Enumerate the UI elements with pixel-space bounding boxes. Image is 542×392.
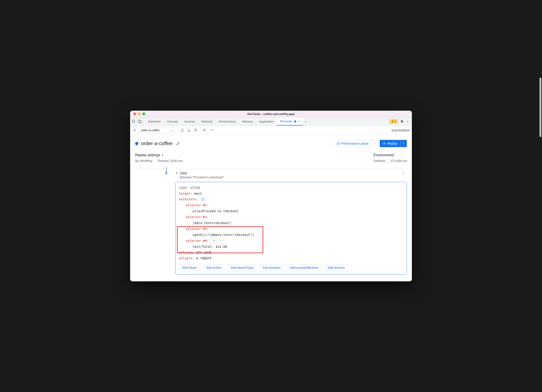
add-selector-icon[interactable]: + [212, 238, 217, 243]
add-timeout-button[interactable]: Add timeout [324, 264, 348, 271]
tab-network[interactable]: Network [198, 118, 216, 125]
chevron-right-icon [161, 154, 164, 156]
step-name: Click [180, 171, 224, 175]
inspect-icon[interactable] [132, 120, 136, 123]
chevron-down-icon [171, 129, 173, 131]
more-menu-icon[interactable] [406, 120, 410, 123]
prop-value[interactable]: : 9.796875 [192, 257, 211, 260]
edit-title-icon[interactable] [176, 142, 180, 145]
prop-key: selector #3 [186, 227, 207, 231]
tab-memory[interactable]: Memory [239, 118, 256, 125]
tab-label: Network [202, 120, 212, 123]
tab-label: Console [167, 120, 178, 123]
tab-elements[interactable]: Elements [145, 118, 164, 125]
replay-dropdown[interactable] [401, 140, 406, 147]
recording-title: order-a-coffee [141, 140, 173, 146]
replay-button[interactable]: Replay [380, 140, 407, 147]
tab-performance[interactable]: Performance [216, 118, 239, 125]
prop-key: offsetX [179, 251, 192, 254]
prop-value[interactable]: : 174.1875 [192, 251, 211, 254]
chevron-double-right-icon: » [304, 120, 306, 123]
device-value: Desktop [374, 159, 385, 163]
maximize-window-button[interactable] [142, 113, 145, 115]
export-icon[interactable] [180, 128, 184, 132]
svg-point-12 [403, 174, 404, 174]
svg-rect-4 [392, 121, 393, 122]
add-frame-button[interactable]: Add frame [179, 264, 201, 271]
recording-status-dot [135, 142, 138, 145]
selector-value[interactable]: [data-test=checkout] [192, 221, 231, 225]
tab-console[interactable]: Console [164, 118, 181, 125]
selector-value[interactable]: aria/Proceed to checkout [192, 209, 238, 213]
steps-area: Click Element "Proceed to checkout" type… [130, 168, 412, 282]
issues-count: 1 [395, 120, 396, 123]
close-tab-icon[interactable]: × [298, 120, 300, 123]
devtools-tab-bar: Elements Console Sources Network Perform… [130, 118, 412, 126]
add-assertedevents-button[interactable]: Add assertedEvents [286, 264, 322, 271]
separator [178, 128, 178, 132]
prop-key: selector #4 [186, 239, 207, 242]
tab-label: Recorder [280, 120, 292, 123]
recording-name: order-a-coffee [141, 129, 159, 132]
timeline-line [166, 167, 167, 172]
titlebar: DevTools - coffee-cart.netlify.app/ [130, 111, 412, 118]
prop-key: selectors [179, 197, 196, 201]
flask-icon [294, 120, 297, 123]
svg-point-7 [407, 121, 408, 122]
timeline-step-dot [165, 172, 167, 174]
replay-settings-toggle[interactable]: Replay settings [135, 153, 183, 157]
prop-key: type [179, 186, 187, 189]
button-label: Performance panel [341, 142, 368, 145]
add-duration-button[interactable]: Add duration [259, 264, 284, 271]
recording-header: order-a-coffee Performance panel [130, 135, 412, 150]
svg-point-8 [407, 122, 408, 123]
add-button-button[interactable]: Add button [203, 264, 225, 271]
selector-value[interactable]: xpath///*[@data-test="checkout"] [192, 233, 254, 237]
tab-sources[interactable]: Sources [181, 118, 198, 125]
issues-badge[interactable]: 1 [390, 119, 398, 124]
dimensions-value: 372×804 px [390, 159, 407, 163]
step-menu-icon[interactable] [401, 171, 405, 175]
prop-value[interactable]: : main [190, 192, 202, 195]
step-over-icon[interactable] [210, 128, 214, 132]
settings-gear-icon[interactable] [400, 120, 404, 123]
environment-label: Environment [374, 153, 394, 157]
close-window-button[interactable] [133, 113, 136, 115]
add-recording-icon[interactable] [132, 128, 136, 132]
import-icon[interactable] [187, 128, 191, 132]
tab-overflow[interactable]: » [303, 118, 308, 125]
step-editor: type: click target: main selectors: sele… [175, 182, 407, 275]
send-feedback-link[interactable]: Send feedback [391, 129, 410, 132]
prop-value[interactable]: : click [187, 186, 200, 189]
svg-point-6 [407, 120, 408, 121]
play-icon [383, 142, 386, 145]
svg-point-11 [403, 172, 404, 173]
performance-panel-button[interactable]: Performance panel [334, 140, 377, 147]
step-header[interactable]: Click Element "Proceed to checkout" [175, 171, 407, 179]
device-toolbar-icon[interactable] [138, 120, 141, 123]
performance-panel-dropdown[interactable] [371, 140, 377, 147]
colon: : [207, 239, 209, 242]
add-devicetype-button[interactable]: Add deviceType [227, 264, 257, 271]
selector-value[interactable]: text/Total: $12.00 [192, 245, 227, 248]
tab-application[interactable]: Application [256, 118, 277, 125]
tab-label: Performance [219, 120, 236, 123]
collapse-icon [175, 172, 178, 174]
tab-recorder[interactable]: Recorder × [277, 118, 303, 125]
button-label: Replay [387, 142, 397, 145]
warning-icon [391, 120, 394, 123]
recording-dropdown[interactable]: order-a-coffee [139, 128, 175, 133]
throttling-value: No throttling [135, 159, 152, 163]
prop-key: offsetY [179, 257, 192, 260]
step-play-icon[interactable] [202, 128, 207, 132]
delete-icon[interactable] [193, 128, 198, 132]
tab-label: Elements [148, 120, 161, 123]
minimize-window-button[interactable] [138, 113, 141, 115]
prop-key: selector #2 [186, 215, 207, 219]
remove-selector-icon[interactable]: − [219, 238, 224, 243]
svg-rect-2 [140, 121, 141, 123]
separator [387, 159, 388, 163]
timeout-value: Timeout: 5000 ms [157, 159, 183, 163]
selector-picker-icon[interactable] [201, 197, 206, 202]
colon: : [196, 197, 198, 201]
